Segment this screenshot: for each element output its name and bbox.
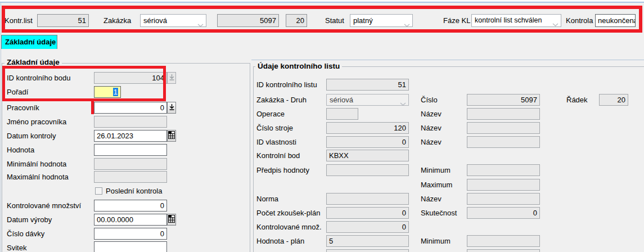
id-bodu-spinner-button (167, 72, 176, 84)
vlastnost-nazev-field (467, 136, 540, 148)
radek-label: Řádek (566, 96, 588, 105)
chevron-down-icon (197, 19, 204, 27)
minimum-label: Minimum (421, 166, 451, 175)
right-panel-top-line (251, 60, 644, 60)
kontrolovane-mnozstvi-field[interactable]: 0 (94, 200, 167, 212)
statut-label: Statut (325, 16, 344, 25)
zakazka-druh-dropdown-value: sériová (330, 96, 353, 104)
nazev-label: Název (421, 110, 442, 119)
maximum-label: Maximum (421, 181, 452, 190)
radek-field: 20 (599, 94, 628, 106)
stroj-nazev-field (467, 122, 540, 134)
jmeno-label: Jméno pracovníka (7, 118, 66, 127)
zakazka-cislo-field: 5097 (217, 14, 279, 27)
jmeno-field (94, 116, 167, 128)
picker-arrow-icon (169, 104, 174, 112)
id-listu-field: 51 (326, 79, 409, 91)
predpis-hodnoty-label: Předpis hodnoty (256, 166, 309, 175)
partial-field (326, 249, 409, 252)
cislo-stroje-label: Číslo stroje (256, 124, 293, 133)
id-bodu-field: 104 (94, 72, 167, 84)
cislo-field: 5097 (467, 94, 540, 106)
poradi-field-value: 1 (113, 88, 118, 96)
nazev-label: Název (421, 138, 442, 147)
zakazka-druh-label: Zakázka - Druh (256, 96, 307, 105)
zakazka-dropdown-value: sériová (143, 16, 167, 25)
min-hodnota-label: Minimální hodnota (7, 160, 66, 169)
datum-kontroly-field[interactable]: 26.01.2023 (94, 130, 167, 142)
minimum-label: Minimum (421, 237, 451, 246)
skutecnost-label: Skutečnost (421, 209, 457, 218)
predpis-minimum-field (467, 164, 540, 176)
pracovnik-label: Pracovník (7, 104, 39, 112)
poradi-field[interactable]: 1 (94, 86, 121, 98)
kontrolovane-mnoz-field: 0 (326, 221, 409, 233)
predpis-hodnoty-field (326, 164, 409, 176)
datum-vyroby-field[interactable]: 00.00.0000 (94, 214, 167, 226)
cislo-label: Číslo (421, 96, 438, 105)
posledni-kontrola-checkbox (95, 187, 102, 195)
hodnota-field[interactable] (94, 144, 167, 156)
kontr-list-field: 51 (37, 14, 89, 27)
left-groupbox-title: Základní údaje (4, 58, 62, 66)
app-window: Kontr.list 51 Zakázka sériová 5097 20 St… (0, 0, 644, 252)
right-groupbox-title: Údaje kontrolního listu (255, 62, 342, 70)
max-hodnota-label: Maximální hodnota (7, 173, 69, 182)
calendar-icon (168, 131, 175, 141)
faze-kl-dropdown[interactable]: kontrolní list schválen (471, 14, 561, 27)
hodnota-plan-label: Hodnota - plán (256, 237, 304, 246)
kontrola-field[interactable]: neukončena (595, 14, 636, 27)
predpis-maximum-field (467, 179, 540, 191)
pocet-zkousek-field: 0 (326, 207, 409, 219)
datum-vyroby-label: Datum výroby (7, 215, 52, 224)
operace-field (326, 108, 358, 120)
top-border-line (0, 2, 644, 3)
hodnota-label: Hodnota (7, 146, 34, 155)
id-bodu-label: ID kontrolního bodu (7, 74, 70, 83)
id-vlastnosti-label: ID vlastnosti (256, 138, 296, 147)
zakazka-druh-dropdown: sériová (326, 94, 409, 106)
pracovnik-field[interactable]: 0 (94, 102, 167, 114)
statut-dropdown[interactable]: platný (350, 14, 413, 27)
datum-kontroly-calendar-button[interactable] (167, 130, 176, 142)
kontrola-label: Kontrola (566, 16, 593, 25)
pocet-zkousek-label: Počet zkoušek-plán (256, 209, 320, 218)
faze-kl-dropdown-value: kontrolní list schválen (475, 16, 542, 24)
norma-label: Norma (256, 195, 278, 204)
nazev-label: Název (421, 195, 442, 204)
min-hodnota-field (94, 158, 167, 170)
operace-label: Operace (256, 110, 285, 119)
faze-kl-label: Fáze KL (443, 16, 470, 25)
poradi-label: Pořadí (7, 88, 28, 97)
kontrolovane-mnoz-label: Kontrolované množ. (256, 223, 322, 232)
hodnota-plan-field: 5 (326, 235, 409, 247)
kontrolovane-mnozstvi-label: Kontrolované množství (7, 201, 81, 210)
zakazka-label: Zakázka (103, 16, 131, 25)
datum-vyroby-calendar-button[interactable] (167, 214, 176, 226)
norma-nazev-field (467, 193, 540, 205)
datum-kontroly-label: Datum kontroly (7, 132, 56, 141)
cislo-davky-field[interactable]: 0 (94, 228, 167, 240)
spinner-arrow-icon (169, 74, 174, 82)
nazev-label: Název (421, 124, 442, 133)
zakazka-dropdown[interactable]: sériová (140, 14, 206, 27)
id-vlastnosti-field: 0 (326, 136, 409, 148)
id-listu-label: ID kontrolního listu (256, 80, 317, 89)
chevron-down-icon (400, 98, 406, 106)
hodnota-minimum-field (467, 235, 540, 247)
max-hodnota-field (94, 171, 167, 183)
svitek-field[interactable] (94, 241, 167, 252)
zakazka-radek-field: 20 (286, 14, 307, 27)
kontr-list-label: Kontr.list (4, 16, 33, 25)
kontrolni-bod-label: Kontrolní bod (256, 151, 300, 160)
posledni-kontrola-label: Poslední kontrola (106, 187, 162, 196)
svitek-label: Svitek (7, 244, 26, 252)
cislo-stroje-field: 120 (326, 122, 409, 134)
statut-dropdown-value: platný (353, 16, 373, 25)
tab-zakladni-udaje[interactable]: Základní údaje (1, 35, 57, 49)
skutecnost-field: 0 (467, 207, 540, 219)
chevron-down-icon (404, 19, 410, 27)
partial-field (467, 249, 540, 252)
calendar-icon (168, 215, 175, 224)
pracovnik-picker-button[interactable] (167, 102, 176, 114)
